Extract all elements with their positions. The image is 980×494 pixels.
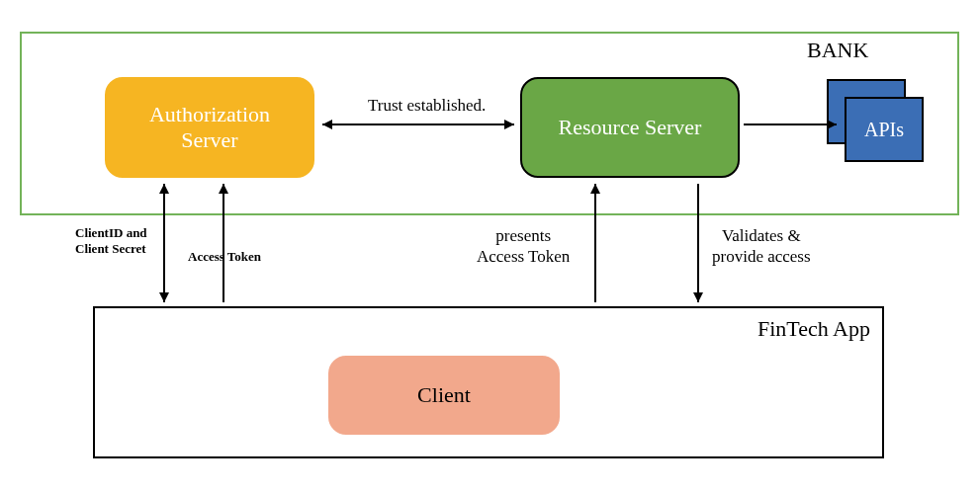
resource-server-label: Resource Server bbox=[559, 115, 702, 140]
client-node: Client bbox=[328, 356, 560, 435]
bank-label: BANK bbox=[807, 38, 868, 63]
label-trust: Trust established. bbox=[368, 95, 486, 116]
apis-node: APIs bbox=[827, 79, 926, 170]
label-accesstoken: Access Token bbox=[188, 249, 261, 265]
authorization-server-node: Authorization Server bbox=[105, 77, 314, 178]
fintech-label: FinTech App bbox=[757, 316, 870, 342]
label-presents: presents Access Token bbox=[477, 225, 570, 268]
api-box-front: APIs bbox=[845, 97, 924, 162]
apis-label: APIs bbox=[864, 119, 904, 141]
resource-server-node: Resource Server bbox=[520, 77, 740, 178]
authorization-server-label: Authorization Server bbox=[149, 102, 270, 154]
label-validates: Validates & provide access bbox=[712, 225, 811, 268]
client-label: Client bbox=[417, 382, 471, 408]
label-clientid: ClientID and Client Secret bbox=[75, 225, 147, 258]
diagram-canvas: BANK Authorization Server Resource Serve… bbox=[0, 0, 980, 494]
